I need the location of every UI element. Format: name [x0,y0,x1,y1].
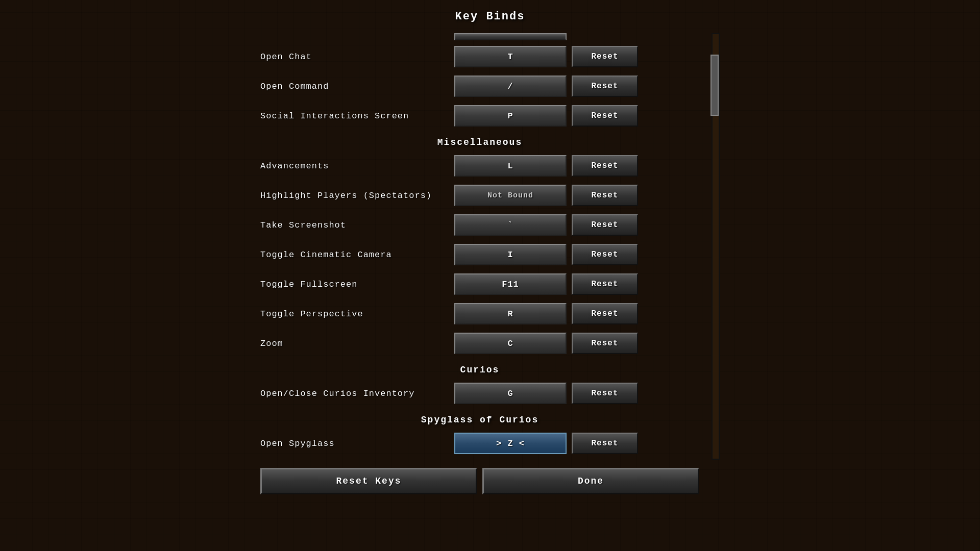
reset-social[interactable]: Reset [572,105,638,127]
reset-perspective[interactable]: Reset [572,303,638,324]
keybind-row-open-command: Open Command / Reset [260,73,699,99]
label-advancements: Advancements [260,161,454,171]
label-fullscreen: Toggle Fullscreen [260,280,454,289]
key-perspective[interactable]: R [454,303,567,324]
section-curios: Curios Open/Close Curios Inventory G Res… [260,365,699,407]
keybind-row-advancements: Advancements L Reset [260,153,699,179]
reset-advancements[interactable]: Reset [572,155,638,177]
key-highlight-players[interactable]: Not Bound [454,185,567,206]
key-cinematic[interactable]: I [454,244,567,265]
reset-cinematic[interactable]: Reset [572,244,638,265]
header-curios: Curios [260,365,699,375]
key-advancements[interactable]: L [454,155,567,177]
reset-open-command[interactable]: Reset [572,76,638,97]
key-curios-inventory[interactable]: G [454,383,567,404]
label-open-command: Open Command [260,82,454,91]
header-miscellaneous: Miscellaneous [260,137,699,147]
keybind-row-zoom: Zoom C Reset [260,330,699,357]
keybind-row-open-chat: Open Chat T Reset [260,43,699,70]
reset-highlight-players[interactable]: Reset [572,185,638,206]
label-curios-inventory: Open/Close Curios Inventory [260,389,454,398]
page-title: Key Binds [260,10,720,23]
scrollbar-thumb[interactable] [710,55,719,116]
section-miscellaneous: Miscellaneous Advancements L Reset Highl… [260,137,699,357]
section-no-header: Open Chat T Reset Open Command / Reset S… [260,43,699,129]
keybind-row-perspective: Toggle Perspective R Reset [260,300,699,327]
label-social: Social Interactions Screen [260,111,454,121]
label-highlight-players: Highlight Players (Spectators) [260,191,454,201]
keybind-row-screenshot: Take Screenshot ` Reset [260,212,699,238]
label-zoom: Zoom [260,339,454,348]
section-spyglass: Spyglass of Curios Open Spyglass > Z < R… [260,415,699,457]
keybind-row-cinematic: Toggle Cinematic Camera I Reset [260,241,699,268]
key-open-spyglass[interactable]: > Z < [454,433,567,454]
key-fullscreen[interactable]: F11 [454,273,567,295]
keybind-row-highlight-players: Highlight Players (Spectators) Not Bound… [260,182,699,209]
keybind-row-open-spyglass: Open Spyglass > Z < Reset [260,430,699,457]
keybind-row-social: Social Interactions Screen P Reset [260,103,699,129]
label-cinematic: Toggle Cinematic Camera [260,250,454,260]
reset-curios-inventory[interactable]: Reset [572,383,638,404]
reset-open-chat[interactable]: Reset [572,46,638,67]
key-social[interactable]: P [454,105,567,127]
key-open-command[interactable]: / [454,76,567,97]
reset-fullscreen[interactable]: Reset [572,273,638,295]
label-screenshot: Take Screenshot [260,220,454,230]
done-button[interactable]: Done [482,468,699,494]
key-zoom[interactable]: C [454,333,567,354]
reset-zoom[interactable]: Reset [572,333,638,354]
keybind-row-fullscreen: Toggle Fullscreen F11 Reset [260,271,699,297]
label-open-spyglass: Open Spyglass [260,439,454,448]
reset-open-spyglass[interactable]: Reset [572,433,638,454]
keybind-row-curios-inventory: Open/Close Curios Inventory G Reset [260,380,699,407]
reset-keys-button[interactable]: Reset Keys [260,468,477,494]
reset-screenshot[interactable]: Reset [572,214,638,236]
scrollbar-track [712,33,720,460]
label-open-chat: Open Chat [260,52,454,62]
header-spyglass: Spyglass of Curios [260,415,699,425]
key-screenshot[interactable]: ` [454,214,567,236]
label-perspective: Toggle Perspective [260,309,454,319]
key-open-chat[interactable]: T [454,46,567,67]
